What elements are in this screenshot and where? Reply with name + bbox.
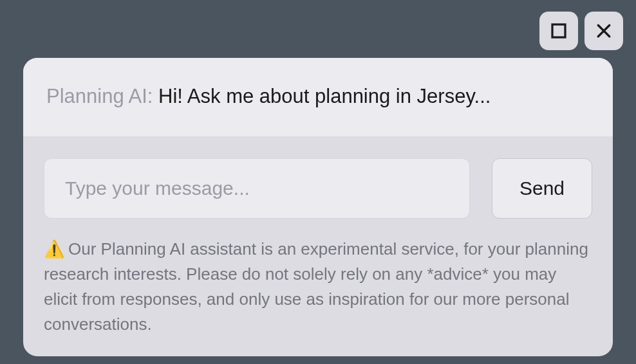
close-icon: [594, 21, 613, 41]
input-row: Send: [44, 158, 592, 219]
maximize-button[interactable]: [539, 12, 578, 50]
chat-header: Planning AI: Hi! Ask me about planning i…: [23, 58, 613, 136]
chat-header-label: Planning AI:: [46, 85, 158, 107]
chat-body: Send ⚠️Our Planning AI assistant is an e…: [23, 136, 613, 356]
maximize-icon: [549, 21, 568, 41]
chat-panel: Planning AI: Hi! Ask me about planning i…: [23, 58, 613, 356]
disclaimer-text: ⚠️Our Planning AI assistant is an experi…: [44, 237, 592, 337]
svg-rect-0: [552, 24, 565, 37]
window-controls: [539, 12, 623, 50]
chat-header-greeting: Hi! Ask me about planning in Jersey...: [158, 85, 491, 107]
close-button[interactable]: [585, 12, 623, 50]
disclaimer-body: Our Planning AI assistant is an experime…: [44, 239, 588, 334]
message-input[interactable]: [44, 158, 470, 219]
warning-icon: ⚠️: [44, 239, 64, 259]
send-button[interactable]: Send: [492, 158, 592, 219]
